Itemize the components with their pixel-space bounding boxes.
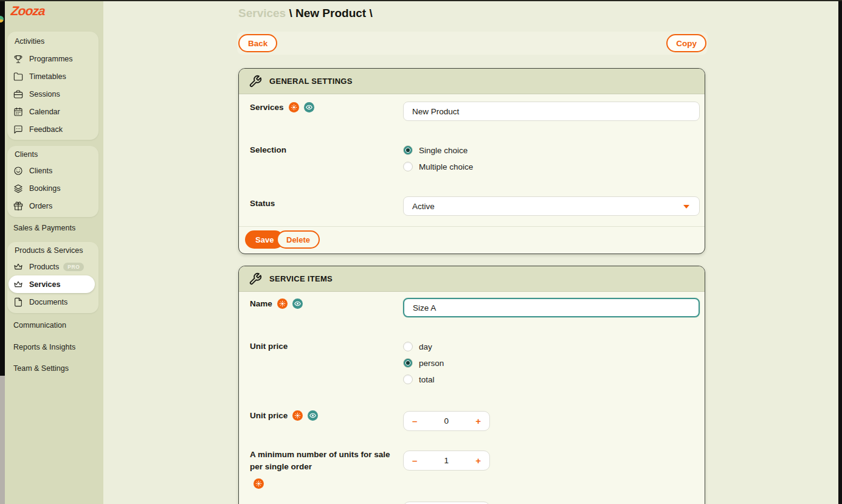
decrement-button[interactable]: – (412, 416, 417, 426)
sidebar-item-documents[interactable]: Documents (9, 293, 95, 311)
unit-price-field-label: Unit price (250, 410, 318, 421)
document-icon (13, 297, 23, 307)
sidebar-item-timetables[interactable]: Timetables (9, 67, 95, 85)
folder-icon (13, 72, 23, 81)
increment-button[interactable]: + (475, 456, 481, 465)
min-units-stepper: – 1 + (403, 450, 490, 471)
radio-single-choice[interactable]: Single choice (403, 145, 468, 155)
increment-button[interactable]: + (475, 416, 481, 426)
briefcase-icon (13, 89, 23, 99)
sidebar-item-team-settings[interactable]: Team & Settings (13, 364, 69, 373)
sidebar-item-clients[interactable]: Clients (9, 162, 95, 179)
required-sun-icon[interactable] (292, 410, 303, 421)
trophy-icon (13, 54, 23, 64)
crown-icon (13, 262, 23, 272)
sidebar-item-orders[interactable]: Orders (9, 197, 95, 215)
feedback-icon (13, 125, 23, 134)
app-window: Zooza Activities Programmes Timetables S… (0, 0, 842, 504)
breadcrumb-parent[interactable]: Services (238, 7, 286, 19)
radio-button[interactable] (403, 358, 413, 368)
sidebar-item-sales-payments[interactable]: Sales & Payments (13, 224, 75, 232)
sidebar-item-label: Products (29, 263, 59, 271)
toolbar: Back Copy (237, 32, 708, 55)
radio-day[interactable]: day (403, 342, 432, 351)
app-logo[interactable]: Zooza (10, 4, 45, 18)
sidebar-item-label: Clients (29, 167, 52, 175)
sidebar-item-sessions[interactable]: Sessions (9, 85, 95, 103)
sidebar-item-label: Sessions (29, 90, 60, 98)
gift-icon (13, 201, 23, 211)
stepper-value[interactable]: 0 (444, 416, 449, 426)
radio-button[interactable] (403, 342, 413, 351)
back-button[interactable]: Back (238, 34, 277, 52)
services-name-input[interactable] (403, 102, 700, 121)
stepper-value[interactable]: 1 (444, 456, 449, 465)
sidebar-item-bookings[interactable]: Bookings (9, 179, 95, 197)
min-units-field-label: A minimum number of units for sale per s… (250, 449, 403, 473)
sidebar: Zooza Activities Programmes Timetables S… (5, 0, 103, 504)
wrench-icon (249, 75, 262, 88)
selection-field-label: Selection (250, 145, 286, 154)
visibility-eye-icon[interactable] (292, 299, 303, 309)
sidebar-item-products[interactable]: Products PRO (9, 258, 95, 275)
item-name-input[interactable] (403, 298, 700, 317)
radio-person[interactable]: person (403, 358, 444, 368)
visibility-eye-icon[interactable] (304, 102, 314, 112)
chevron-down-icon (683, 205, 689, 209)
unit-price-stepper: – 0 + (403, 411, 490, 431)
panel-header: GENERAL SETTINGS (239, 69, 705, 94)
sidebar-item-calendar[interactable]: Calendar (9, 103, 95, 120)
sidebar-item-feedback[interactable]: Feedback (9, 120, 95, 138)
required-sun-icon[interactable] (289, 102, 299, 112)
sidebar-group-label: Activities (15, 37, 44, 46)
required-sun-icon[interactable] (254, 478, 264, 489)
panel-title: SERVICE ITEMS (269, 274, 333, 283)
radio-button[interactable] (403, 145, 413, 155)
sidebar-group-clients: Clients Clients Bookings Orders (7, 146, 98, 217)
sidebar-item-label: Services (29, 280, 60, 289)
panel-title: GENERAL SETTINGS (269, 77, 353, 86)
sidebar-item-reports-insights[interactable]: Reports & Insights (13, 343, 75, 351)
radio-multiple-choice[interactable]: Multiple choice (403, 162, 473, 171)
sidebar-item-communication[interactable]: Communication (13, 321, 66, 330)
services-field-label: Services (250, 102, 314, 112)
visibility-eye-icon[interactable] (308, 410, 318, 421)
window-right-edge (838, 0, 842, 504)
sidebar-group-products-services: Products & Services Products PRO Service… (7, 242, 98, 313)
partial-stepper (403, 502, 490, 504)
clients-icon (13, 166, 23, 176)
unit-price-type-label: Unit price (250, 342, 288, 351)
radio-button[interactable] (403, 375, 413, 384)
sidebar-group-activities: Activities Programmes Timetables Session… (7, 32, 98, 140)
sidebar-item-label: Bookings (29, 184, 60, 193)
sidebar-item-services[interactable]: Services (9, 275, 95, 293)
sidebar-item-label: Calendar (29, 108, 60, 116)
name-field-label: Name (250, 299, 303, 309)
pro-badge: PRO (63, 263, 84, 271)
radio-total[interactable]: total (403, 375, 435, 384)
sidebar-item-label: Documents (29, 298, 67, 306)
crown-icon (13, 280, 23, 289)
panel-footer-divider (239, 226, 705, 227)
sidebar-item-programmes[interactable]: Programmes (9, 50, 95, 67)
sidebar-item-label: Feedback (29, 125, 63, 134)
radio-button[interactable] (403, 162, 413, 171)
decrement-button[interactable]: – (412, 456, 417, 465)
breadcrumb: Services \ New Product \ (238, 7, 373, 20)
panel-header: SERVICE ITEMS (239, 266, 705, 292)
delete-button[interactable]: Delete (277, 230, 320, 249)
status-field-label: Status (250, 199, 275, 208)
sidebar-item-label: Orders (29, 202, 52, 210)
breadcrumb-current: \ New Product \ (286, 7, 373, 19)
sidebar-group-label: Clients (15, 150, 38, 159)
layers-icon (13, 184, 23, 193)
status-select[interactable]: Active (403, 196, 700, 216)
copy-button[interactable]: Copy (666, 34, 706, 52)
calendar-icon (13, 107, 23, 117)
sidebar-group-label: Products & Services (15, 246, 83, 255)
required-sun-icon[interactable] (277, 299, 288, 309)
service-items-panel: SERVICE ITEMS Name Unit price day person… (238, 266, 705, 504)
window-top-edge (0, 0, 842, 1)
general-settings-panel: GENERAL SETTINGS Services Selection Sing… (238, 68, 705, 254)
sidebar-item-label: Programmes (29, 55, 73, 63)
